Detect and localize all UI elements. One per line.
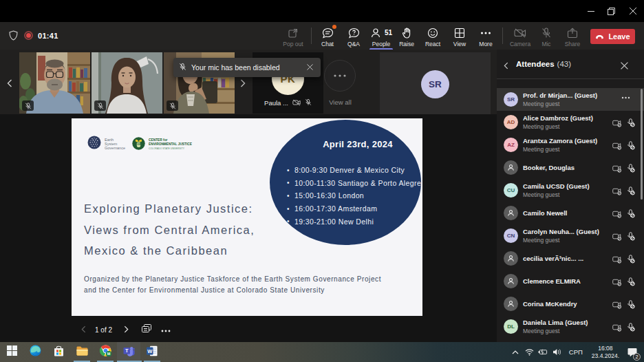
attendee-row[interactable]: AZ Arantxa Zamora (Guest) Meeting guest [497, 134, 644, 156]
button-label: Mic [541, 41, 550, 47]
mic-off-icon [22, 100, 34, 111]
taskbar-start-button[interactable] [0, 342, 23, 362]
spotlight-tile[interactable]: SR [380, 52, 491, 114]
slide-schedule-list: 8:00-9:30 Denver & Mexico City10:00-11:3… [287, 164, 422, 228]
next-slide-icon[interactable] [118, 323, 133, 336]
mic-off-icon [541, 27, 551, 39]
share-icon [567, 27, 578, 39]
attendee-row[interactable]: CN Carolyn Neuha... (Guest) Meeting gues… [497, 224, 644, 247]
windows-taskbar: M T W СРП 16:0823.4.2024. 2 [0, 342, 644, 362]
attendee-row[interactable]: Camilo Newell [497, 202, 644, 224]
taskbar-teams-button[interactable]: T [117, 342, 140, 362]
meeting-timer: 01:41 [38, 32, 58, 40]
chat-button[interactable]: Chat [314, 27, 341, 49]
react-button[interactable]: React [419, 27, 447, 49]
more-button[interactable]: More [472, 27, 500, 49]
attendee-name: cecilia verÃ³nic... ... [523, 255, 607, 262]
attendee-row[interactable]: Booker, Douglas [497, 156, 644, 179]
raise-button[interactable]: Raise [393, 27, 420, 49]
attendee-row[interactable]: DL Daniela Lima (Guest) Meeting guest [497, 315, 644, 338]
schedule-item: 10:00-11:30 Santiago & Porto Alegre [287, 177, 422, 190]
more-options-icon[interactable] [621, 92, 630, 100]
chevron-left-icon[interactable] [1, 75, 18, 92]
panel-divider [497, 78, 644, 79]
share-button[interactable]: Share [559, 27, 586, 49]
qa-icon [348, 27, 360, 39]
leave-button[interactable]: Leave [590, 29, 635, 44]
avatar: AZ [504, 138, 518, 152]
react-icon [427, 27, 438, 39]
close-icon[interactable] [626, 4, 640, 18]
camera-denied-icon [612, 231, 622, 244]
person-icon [504, 274, 518, 288]
taskbar-explorer-button[interactable] [70, 342, 94, 362]
microsoft-store-icon [54, 345, 64, 359]
attendee-name: Camilo Newell [523, 209, 607, 217]
button-label: Q&A [347, 41, 360, 47]
restore-icon[interactable] [604, 4, 618, 18]
wifi-icon[interactable] [523, 342, 536, 362]
mic-button[interactable]: Mic [533, 27, 560, 49]
window-titlebar [0, 0, 644, 22]
slide-pagination: 1 of 2 [76, 323, 171, 336]
taskbar-clock[interactable]: 16:0823.4.2024. [588, 342, 623, 362]
taskbar-store-button[interactable] [47, 342, 70, 362]
slide-date-title: April 23rd, 2024 [289, 139, 422, 149]
toast-text: Your mic has been disabled [191, 63, 304, 72]
video-tile-1[interactable] [19, 52, 90, 114]
chevron-right-icon[interactable] [235, 75, 251, 92]
attendee-row[interactable]: Clemence ELMIRA [497, 270, 644, 292]
organizer-line: Organized by the Planetary Justice Taskf… [84, 274, 381, 285]
notification-dot [332, 25, 336, 29]
more-actions-icon[interactable] [161, 326, 171, 334]
camera-button[interactable]: Camera [506, 27, 534, 49]
close-icon[interactable] [304, 63, 315, 72]
teams-meeting-window: 01:41 Pop out Chat Q&A 51 People Ra [0, 0, 644, 362]
view-button[interactable]: View [446, 27, 473, 49]
notification-badge: 2 [633, 353, 641, 361]
avatar: SR [421, 70, 449, 98]
action-center-icon[interactable]: 2 [623, 342, 641, 362]
attendee-row[interactable]: SR Prof. dr Mirjan... (Guest) Meeting gu… [497, 88, 644, 111]
person-icon [504, 160, 518, 175]
people-count: 51 [385, 29, 392, 36]
view-all-button[interactable]: View all [323, 52, 357, 114]
speaker-icon[interactable] [550, 342, 564, 362]
mic-denied-icon [627, 322, 635, 334]
language-indicator[interactable]: СРП [564, 342, 588, 362]
more-icon [324, 60, 356, 92]
camera-denied-icon [612, 299, 622, 312]
slide-title-line: Exploring Planetary Justice: [84, 198, 255, 220]
previous-slide-icon[interactable] [76, 323, 91, 336]
mic-denied-icon [627, 140, 635, 153]
qa-button[interactable]: Q&A [340, 27, 367, 49]
attendee-row[interactable]: cecilia verÃ³nic... ... [497, 247, 644, 270]
earth-system-governance-logo: Earth System Governance [87, 136, 125, 150]
battery-icon[interactable] [536, 342, 550, 362]
mic-off-icon [305, 96, 312, 109]
close-icon[interactable] [621, 60, 628, 72]
call-toolbar: 01:41 Pop out Chat Q&A 51 People Ra [0, 22, 644, 50]
hangup-icon [595, 32, 604, 41]
chat-icon [322, 27, 334, 39]
minimize-icon[interactable] [584, 4, 598, 18]
popout-button[interactable]: Pop out [279, 27, 307, 49]
mic-denied-icon [627, 277, 635, 289]
attendee-row[interactable]: AD Alice Dambroz (Guest) Meeting guest [497, 111, 644, 134]
attendees-panel: Attendees(43) SR Prof. dr Mirjan... (Gue… [497, 50, 644, 342]
taskbar-edge-button[interactable] [23, 342, 47, 362]
taskbar-chrome-button[interactable]: M [94, 342, 117, 362]
attendee-role: Meeting guest [523, 328, 559, 334]
avatar: CU [504, 183, 518, 198]
slide-grid-icon[interactable] [142, 323, 151, 336]
taskbar-word-button[interactable]: W [140, 342, 164, 362]
attendee-row[interactable]: Corina McKendry [497, 292, 644, 315]
chrome-icon: M [100, 345, 111, 359]
chevron-up-icon[interactable] [508, 342, 523, 362]
attendee-row[interactable]: CU Camila UCSD (Guest) Meeting guest [497, 179, 644, 202]
camera-denied-icon [612, 209, 622, 221]
video-tile-2[interactable] [92, 52, 162, 114]
chevron-left-icon[interactable] [504, 60, 508, 72]
windows-start-icon [7, 345, 17, 359]
panel-scrollbar[interactable] [641, 89, 643, 200]
